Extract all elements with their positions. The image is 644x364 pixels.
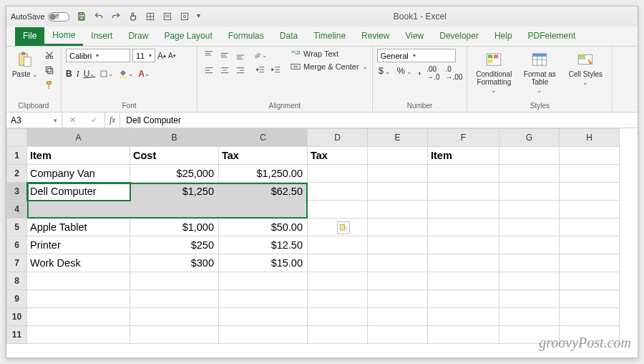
cell-E6[interactable] (368, 236, 428, 254)
copy-icon[interactable] (42, 64, 57, 77)
cell-styles-button[interactable]: Cell Styles (563, 49, 608, 87)
cell-F4[interactable] (428, 201, 499, 219)
cell-A3[interactable]: Dell Computer (27, 183, 130, 201)
border-button[interactable] (99, 67, 114, 80)
align-bottom-icon[interactable] (233, 49, 248, 62)
tab-help[interactable]: Help (487, 27, 520, 46)
cut-icon[interactable] (42, 49, 57, 62)
cell-B6[interactable]: $250 (130, 236, 219, 254)
conditional-formatting-button[interactable]: Conditional Formatting (472, 49, 516, 95)
accounting-format-button[interactable]: $ (379, 65, 391, 81)
tab-formulas[interactable]: Formulas (220, 27, 272, 46)
cell-E9[interactable] (368, 290, 428, 308)
cell-C3[interactable]: $62.50 (219, 183, 308, 201)
cell-H1[interactable] (560, 147, 620, 165)
align-center-icon[interactable] (218, 64, 232, 77)
italic-button[interactable]: I (77, 67, 79, 80)
align-left-icon[interactable] (202, 64, 216, 77)
cell-C8[interactable] (219, 272, 308, 290)
row-header-10[interactable]: 10 (7, 308, 27, 326)
cell-G9[interactable] (499, 290, 560, 308)
number-format-select[interactable]: General (377, 49, 456, 62)
cell-B8[interactable] (130, 272, 219, 290)
row-header-8[interactable]: 8 (7, 272, 27, 290)
cell-D4[interactable] (308, 201, 368, 219)
cell-C5[interactable]: $50.00 (219, 219, 308, 236)
enter-icon[interactable]: ✓ (91, 115, 97, 125)
tab-data[interactable]: Data (272, 27, 306, 46)
font-size-select[interactable]: 11 (132, 49, 155, 62)
macro-icon[interactable] (180, 11, 190, 21)
cell-A5[interactable]: Apple Tablet (27, 219, 130, 236)
cell-G4[interactable] (499, 201, 560, 219)
cell-G1[interactable] (499, 147, 560, 165)
cell-A2[interactable]: Company Van (27, 165, 130, 183)
cell-G6[interactable] (499, 236, 560, 254)
column-header-H[interactable]: H (560, 129, 620, 147)
column-header-B[interactable]: B (130, 129, 219, 147)
save-icon[interactable] (77, 11, 87, 21)
select-all-corner[interactable] (7, 129, 27, 147)
cell-A11[interactable] (27, 326, 130, 344)
cell-D6[interactable] (308, 236, 368, 254)
cell-E4[interactable] (368, 201, 428, 219)
cell-A6[interactable]: Printer (27, 236, 130, 254)
cell-H2[interactable] (560, 165, 620, 183)
cell-E1[interactable] (368, 147, 428, 165)
cell-D2[interactable] (308, 165, 368, 183)
cell-C2[interactable]: $1,250.00 (219, 165, 308, 183)
name-box[interactable]: A3 (6, 112, 62, 128)
cell-A9[interactable] (27, 290, 130, 308)
cell-C9[interactable] (219, 290, 308, 308)
cell-H3[interactable] (560, 183, 620, 201)
cell-D7[interactable] (308, 254, 368, 272)
cell-F1[interactable]: Item (428, 147, 499, 165)
row-header-2[interactable]: 2 (7, 165, 27, 183)
formula-input[interactable]: Dell Computer (120, 112, 638, 128)
cell-B2[interactable]: $25,000 (130, 165, 219, 183)
merge-center-button[interactable]: Merge & Center (291, 62, 368, 72)
cell-C10[interactable] (219, 308, 308, 326)
cell-B11[interactable] (130, 326, 219, 344)
font-color-button[interactable]: A (138, 67, 150, 80)
row-header-7[interactable]: 7 (7, 254, 27, 272)
row-header-6[interactable]: 6 (7, 236, 27, 254)
cell-A10[interactable] (27, 308, 130, 326)
borders-icon[interactable] (145, 11, 155, 21)
cell-H9[interactable] (560, 290, 620, 308)
row-header-4[interactable]: 4 (7, 201, 27, 219)
align-middle-icon[interactable] (218, 49, 232, 62)
cell-H4[interactable] (560, 201, 620, 219)
tab-draw[interactable]: Draw (120, 27, 156, 46)
insert-options-icon[interactable] (337, 221, 350, 234)
cell-G7[interactable] (499, 254, 560, 272)
cell-D8[interactable] (308, 272, 368, 290)
wrap-text-button[interactable]: abWrap Text (291, 49, 368, 59)
decrease-font-icon[interactable]: A▾ (168, 52, 176, 59)
decrease-indent-icon[interactable] (253, 64, 268, 77)
cell-F2[interactable] (428, 165, 499, 183)
cell-F8[interactable] (428, 272, 499, 290)
column-header-C[interactable]: C (219, 129, 308, 147)
cell-E5[interactable] (368, 219, 428, 236)
row-header-11[interactable]: 11 (7, 326, 27, 344)
cell-G5[interactable] (499, 219, 560, 236)
bold-button[interactable]: B (66, 67, 72, 80)
orientation-icon[interactable]: ab (253, 49, 268, 62)
cell-F5[interactable] (428, 219, 499, 236)
format-painter-icon[interactable] (42, 79, 57, 92)
undo-icon[interactable] (94, 11, 104, 21)
cell-B7[interactable]: $300 (130, 254, 219, 272)
cell-C11[interactable] (219, 326, 308, 344)
cell-G3[interactable] (499, 183, 560, 201)
tab-review[interactable]: Review (353, 27, 397, 46)
tab-timeline[interactable]: Timeline (306, 27, 353, 46)
comma-format-button[interactable]: , (418, 65, 421, 81)
redo-icon[interactable] (111, 11, 121, 21)
format-as-table-button[interactable]: Format as Table (517, 49, 562, 95)
tab-pdfelement[interactable]: PDFelement (520, 27, 584, 46)
align-top-icon[interactable] (202, 49, 216, 62)
cell-E2[interactable] (368, 165, 428, 183)
row-header-1[interactable]: 1 (7, 147, 27, 165)
column-header-G[interactable]: G (499, 129, 560, 147)
